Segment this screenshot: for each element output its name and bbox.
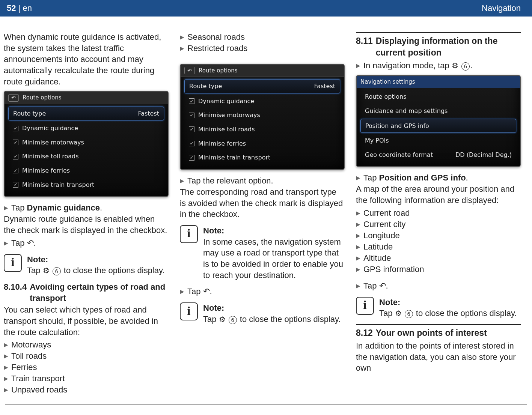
list-item: Latitude <box>356 241 521 253</box>
step-line: Tap the relevant option. <box>180 175 345 186</box>
option-row[interactable]: ✓Minimise toll roads <box>8 150 164 163</box>
triangle-icon <box>356 280 360 292</box>
list-item: Current city <box>356 219 521 230</box>
gear-icon: ⚙ <box>219 314 226 325</box>
back-arrow-icon: ↶ <box>379 280 386 292</box>
column-3: 8.11 Displaying information on the curre… <box>356 32 521 395</box>
route-type-label: Route type <box>13 110 46 118</box>
column-1: When dynamic route guidance is activated… <box>4 32 169 395</box>
footer-rule <box>5 404 527 404</box>
device-title: Navigation settings <box>360 78 415 86</box>
info-icon <box>4 254 22 272</box>
step-line: Tap Dynamic guidance. <box>4 202 169 214</box>
list-item: Seasonal roads <box>180 32 345 43</box>
triangle-icon <box>4 350 8 362</box>
triangle-icon <box>356 219 360 230</box>
list-item: Toll roads <box>4 350 169 362</box>
note-body: Tap ⚙ 6 to close the options display. <box>203 314 345 325</box>
device-title: Route options <box>199 67 238 74</box>
list-item: Current road <box>356 208 521 219</box>
column-2: Seasonal roads Restricted roads ↶ Route … <box>180 32 345 395</box>
device-screenshot-route-options-2: ↶ Route options Route type Fastest ✓Dyna… <box>180 64 345 170</box>
device-screenshot-nav-settings: Navigation settings Route options Guidan… <box>356 75 521 167</box>
route-type-value: Fastest <box>314 82 335 90</box>
option-row[interactable]: ✓Minimise train transport <box>184 151 340 164</box>
back-icon[interactable]: ↶ <box>8 94 19 102</box>
list-item: Longitude <box>356 230 521 241</box>
section-divider <box>356 32 521 33</box>
section-heading: 8.12 Your own points of interest <box>356 327 521 339</box>
back-icon[interactable]: ↶ <box>184 67 195 74</box>
settings-row[interactable]: Route options <box>360 90 516 103</box>
note-title: Note: <box>27 254 169 265</box>
settings-row-selected[interactable]: Position and GPS info <box>360 119 516 133</box>
note-title: Note: <box>379 297 521 308</box>
step-line: Tap ↶. <box>356 280 521 292</box>
triangle-icon <box>356 60 360 71</box>
option-row[interactable]: ✓Minimise ferries <box>8 164 164 177</box>
checkbox-icon: ✓ <box>13 182 18 188</box>
option-row[interactable]: ✓Minimise motorways <box>8 136 164 149</box>
gear-icon: ⚙ <box>43 266 50 276</box>
circled-number: 6 <box>53 267 61 275</box>
checkbox-icon: ✓ <box>13 154 18 159</box>
device-title: Route options <box>23 94 62 101</box>
circled-number: 6 <box>229 316 237 324</box>
checkbox-icon: ✓ <box>13 168 18 173</box>
triangle-icon <box>4 339 8 350</box>
list-item: Motorways <box>4 339 169 350</box>
circled-number: 6 <box>461 62 470 71</box>
note-title: Note: <box>203 302 345 314</box>
note-block: Note: Tap ⚙ 6 to close the options displ… <box>180 302 345 325</box>
option-row[interactable]: ✓Dynamic guidance <box>8 122 164 135</box>
triangle-icon <box>180 286 184 297</box>
route-type-row[interactable]: Route type Fastest <box>184 79 340 93</box>
triangle-icon <box>180 32 184 43</box>
settings-row[interactable]: Guidance and map settings <box>360 105 516 117</box>
route-type-value: Fastest <box>138 110 159 118</box>
route-type-label: Route type <box>189 82 222 90</box>
note-title: Note: <box>203 225 345 236</box>
page-header: 52 | en Navigation <box>0 0 532 17</box>
route-type-row[interactable]: Route type Fastest <box>8 107 164 121</box>
note-body: In some cases, the navigation system may… <box>203 236 345 281</box>
back-arrow-icon: ↶ <box>27 238 34 249</box>
step-description: The corresponding road and transport typ… <box>180 186 345 220</box>
list-item: Ferries <box>4 362 169 373</box>
subsection-heading: 8.10.4 Avoiding certain types of road an… <box>4 281 169 304</box>
checkbox-icon: ✓ <box>189 126 194 132</box>
triangle-icon <box>4 384 8 395</box>
page-number: 52 <box>7 3 16 13</box>
triangle-icon <box>356 264 360 275</box>
triangle-icon <box>356 230 360 241</box>
info-icon <box>356 297 374 315</box>
device-screenshot-route-options-1: ↶ Route options Route type Fastest ✓Dyna… <box>4 91 169 197</box>
triangle-icon <box>4 238 8 249</box>
option-row[interactable]: ✓Minimise motorways <box>184 109 340 122</box>
settings-row[interactable]: Geo coordinate format DD (Decimal Deg.) <box>360 149 516 161</box>
triangle-icon <box>180 175 184 186</box>
checkbox-icon: ✓ <box>13 140 18 145</box>
option-row[interactable]: ✓Minimise ferries <box>184 137 340 150</box>
checkbox-icon: ✓ <box>189 113 194 118</box>
option-row[interactable]: ✓Minimise train transport <box>8 179 164 191</box>
triangle-icon <box>4 202 8 214</box>
settings-row[interactable]: My POIs <box>360 134 516 147</box>
triangle-icon <box>4 362 8 373</box>
option-row[interactable]: ✓Minimise toll roads <box>184 123 340 136</box>
gear-icon: ⚙ <box>452 61 458 71</box>
intro-paragraph: When dynamic route guidance is activated… <box>4 32 169 87</box>
triangle-icon <box>356 172 360 183</box>
gear-icon: ⚙ <box>395 308 402 319</box>
option-row[interactable]: ✓Dynamic guidance <box>184 95 340 108</box>
note-body: Tap ⚙ 6 to close the options display. <box>27 265 169 276</box>
note-body: Tap ⚙ 6 to close the options display. <box>379 308 521 319</box>
section-divider <box>356 324 521 325</box>
circled-number: 6 <box>405 310 413 318</box>
checkbox-icon: ✓ <box>13 126 18 131</box>
step-line: Tap ↶. <box>4 238 169 249</box>
triangle-icon <box>356 241 360 253</box>
note-block: Note: Tap ⚙ 6 to close the options displ… <box>356 297 521 319</box>
triangle-icon <box>356 253 360 264</box>
list-item: Altitude <box>356 253 521 264</box>
